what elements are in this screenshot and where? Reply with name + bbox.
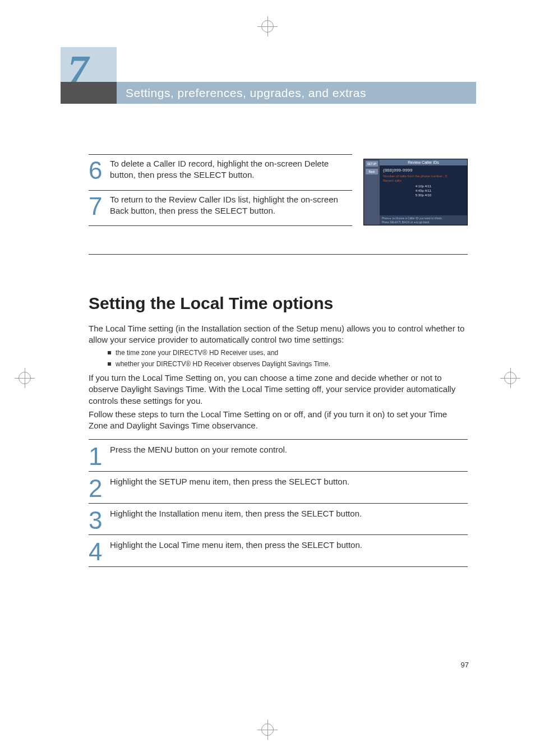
screenshot-main: (888)999-9999 Number of calls from the p… <box>380 165 467 200</box>
step-6: 6 To delete a Caller ID record, highligh… <box>89 154 352 191</box>
step-text: Highlight the SETUP menu item, then pres… <box>110 475 468 494</box>
step-number: 3 <box>89 509 110 532</box>
screenshot-footer-line2: Press SELECT, BACK or ◂ to go back. <box>382 220 465 224</box>
step-number: 2 <box>89 477 110 500</box>
crop-mark-top <box>261 20 274 33</box>
step-text: To return to the Review Caller IDs list,… <box>110 193 352 224</box>
crop-mark-left <box>19 372 31 384</box>
screenshot-times: 4:10p 4/11 4:45p 4/11 5:30p 4/10 <box>383 185 464 197</box>
screenshot-calls-label: Number of calls from the phone number : … <box>383 174 464 178</box>
screenshot-phone: (888)999-9999 <box>383 168 464 173</box>
step-text: Highlight the Local Time menu item, then… <box>110 538 468 557</box>
screenshot-footer: Press ▸ to choose a Caller ID you want t… <box>380 215 467 225</box>
section-divider <box>89 254 468 255</box>
screenshot-sidebar: SETUP Back <box>364 159 380 225</box>
section-heading: Setting the Local Time options <box>89 294 468 313</box>
screenshot-time-2: 4:45p 4/11 <box>383 189 464 193</box>
step-text: Press the MENU button on your remote con… <box>110 443 468 462</box>
chapter-header-band: Settings, preferences, upgrades, and ext… <box>61 82 476 104</box>
step-number: 1 <box>89 445 110 468</box>
section-intro: The Local Time setting (in the Installat… <box>89 323 468 346</box>
sidebar-back-button: Back <box>366 169 378 174</box>
step-number: 6 <box>89 159 110 182</box>
bullet-2: whether your DIRECTV® HD Receiver observ… <box>108 359 468 369</box>
crop-mark-bottom <box>261 723 274 736</box>
screenshot-time-3: 5:30p 4/10 <box>383 193 464 198</box>
screenshot-recent-label: Recent calls <box>383 179 464 182</box>
step-1: 1 Press the MENU button on your remote c… <box>89 439 468 472</box>
step-number: 4 <box>89 541 110 563</box>
step-4: 4 Highlight the Local Time menu item, th… <box>89 535 468 567</box>
step-2: 2 Highlight the SETUP menu item, then pr… <box>89 472 468 504</box>
screenshot-time-1: 4:10p 4/11 <box>383 185 464 189</box>
section-para3: Follow these steps to turn the Local Tim… <box>89 409 468 432</box>
section-para2: If you turn the Local Time Setting on, y… <box>89 372 468 407</box>
step-7: 7 To return to the Review Caller IDs lis… <box>89 191 352 227</box>
step-3: 3 Highlight the Installation menu item, … <box>89 504 468 536</box>
page-number: 97 <box>461 661 469 669</box>
screenshot-review-caller-ids: SETUP Back Review Caller IDs (888)999-99… <box>363 159 468 225</box>
chapter-title: Settings, preferences, upgrades, and ext… <box>126 86 366 100</box>
screenshot-title: Review Caller IDs <box>380 159 467 165</box>
bullet-1: the time zone your DIRECTV® HD Receiver … <box>108 348 468 358</box>
bullet-list: the time zone your DIRECTV® HD Receiver … <box>89 348 468 370</box>
crop-mark-right <box>504 372 516 384</box>
step-text: To delete a Caller ID record, highlight … <box>110 157 352 188</box>
step-text: Highlight the Installation menu item, th… <box>110 507 468 526</box>
step-number: 7 <box>89 195 110 218</box>
sidebar-setup-label: SETUP <box>366 161 378 167</box>
